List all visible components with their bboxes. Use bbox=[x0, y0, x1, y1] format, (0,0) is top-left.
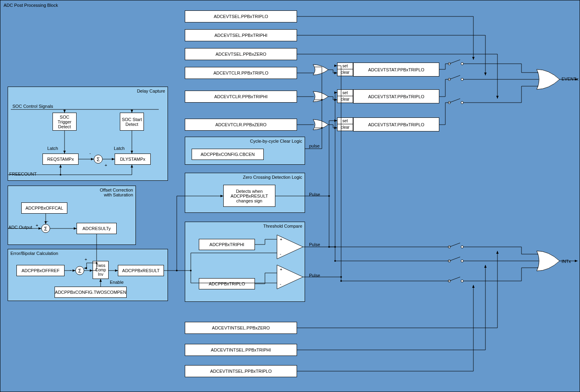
zero-cross-title: Zero Crossing Detection Logic bbox=[243, 175, 302, 180]
thresh-pulse1: Pulse bbox=[309, 242, 320, 247]
plus-delay: + bbox=[105, 163, 107, 168]
reg-evtstat3: ADCEVTSTAT.PPBxTRIPLO bbox=[353, 117, 439, 131]
offref-box: ADCPPBxOFFREF bbox=[16, 265, 65, 276]
svg-line-17 bbox=[449, 257, 460, 261]
minus-delay: - bbox=[89, 151, 91, 156]
latch-label-1: Latch bbox=[47, 146, 58, 151]
svg-point-32 bbox=[334, 260, 336, 262]
svg-point-23 bbox=[321, 99, 323, 101]
enable-label: Enable bbox=[110, 280, 123, 285]
summer-delay: Σ bbox=[94, 155, 103, 164]
twoscompen-box: ADCPPBxCONFIG.TWOSCOMPEN bbox=[55, 287, 127, 298]
plus-error: + bbox=[85, 257, 87, 262]
reg-intsel-triphi: ADCEVTINTSEL.PPBxTRIPHI bbox=[185, 344, 297, 356]
intx-label: INTx bbox=[562, 259, 571, 264]
svg-point-13 bbox=[448, 246, 451, 248]
delay-capture-title: Delay Capture bbox=[137, 89, 165, 93]
threshold-title: Threshold Compare bbox=[263, 224, 302, 228]
svg-point-9 bbox=[461, 78, 463, 81]
summer-offset: Σ bbox=[41, 224, 50, 233]
clear-cell: clear bbox=[337, 96, 353, 103]
diagram-canvas: ADC Post Processing Block ADCEVTSEL.PPBx… bbox=[0, 0, 580, 392]
set-cell: set bbox=[337, 63, 353, 69]
freecount-label: FREECOUNT bbox=[9, 172, 36, 176]
svg-point-31 bbox=[328, 246, 330, 248]
reg-intsel-triplo: ADCEVTINTSEL.PPBxTRIPLO bbox=[185, 365, 297, 377]
reg-evtsel-zero: ADCEVTSEL.PPBxZERO bbox=[185, 48, 297, 60]
soc-trigger-box: SOC Trigger Detect bbox=[53, 113, 77, 131]
offset-corr-block: Offset Correction with Saturation bbox=[8, 186, 136, 245]
reg-evtclr-zero: ADCEVTCLR.PPBxZERO bbox=[185, 119, 297, 131]
svg-line-8 bbox=[449, 75, 460, 79]
triplo-box: ADCPPBxTRIPLO bbox=[199, 278, 255, 289]
zero-cross-desc-box: Detects when ADCPPBxRESULT changes sign bbox=[223, 185, 275, 207]
svg-point-29 bbox=[334, 246, 336, 248]
latch-label-2: Latch bbox=[114, 146, 125, 151]
svg-point-16 bbox=[448, 260, 451, 262]
triphi-box: ADCPPBxTRIPHI bbox=[199, 239, 255, 250]
main-title: ADC Post Processing Block bbox=[4, 3, 58, 8]
svg-point-18 bbox=[461, 260, 463, 262]
setclear-2: set clear bbox=[337, 89, 353, 103]
soc-signals-label: SOC Control Signals bbox=[12, 104, 53, 109]
setclear-3: set clear bbox=[337, 117, 353, 131]
reg-intsel-zero: ADCEVTINTSEL.PPBxZERO bbox=[185, 322, 297, 334]
adc-output-label: ADC Output bbox=[8, 225, 32, 230]
plus-offset: + bbox=[36, 223, 38, 228]
svg-line-11 bbox=[449, 99, 460, 103]
svg-point-22 bbox=[321, 127, 323, 129]
dlystamp-box: DLYSTAMPx bbox=[115, 154, 151, 165]
svg-point-7 bbox=[448, 78, 451, 81]
clear-cell: clear bbox=[337, 69, 353, 76]
cycle-pulse-label: pulse bbox=[309, 143, 319, 148]
adcresult-box: ADCRESULTy bbox=[77, 223, 117, 234]
reg-evtclr-triplo: ADCEVTCLR.PPBxTRIPLO bbox=[185, 67, 297, 79]
thresh-pulse2: Pulse bbox=[309, 273, 320, 278]
offset-corr-title: Offset Correction with Saturation bbox=[93, 188, 133, 197]
summer-error: Σ bbox=[75, 266, 84, 275]
clear-cell: clear bbox=[337, 124, 353, 131]
reg-evtstat2: ADCEVTSTAT.PPBxTRIPLO bbox=[353, 89, 439, 103]
svg-line-5 bbox=[449, 60, 460, 64]
svg-point-26 bbox=[176, 270, 178, 271]
svg-point-21 bbox=[461, 280, 463, 282]
reg-evtsel-triplo: ADCEVTSEL.PPBxTRIPLO bbox=[185, 10, 297, 22]
minus-error: - bbox=[70, 267, 71, 272]
cycle-clear-title: Cycle-by-cycle Clear Logic bbox=[250, 139, 302, 143]
reg-evtclr-triphi: ADCEVTCLR.PPBxTRIPHI bbox=[185, 91, 297, 103]
svg-point-6 bbox=[461, 63, 463, 65]
error-calc-title: Error/Bipolar Calculation bbox=[10, 251, 58, 256]
setclear-1: set clear bbox=[337, 63, 353, 76]
svg-point-19 bbox=[448, 280, 451, 282]
minus-offset: - bbox=[47, 218, 49, 223]
ppbresult-box: ADCPPBxRESULT bbox=[118, 265, 164, 276]
svg-point-15 bbox=[461, 246, 463, 248]
svg-point-28 bbox=[328, 195, 330, 197]
eventx-label: EVENTx bbox=[562, 77, 578, 81]
threshold-block: Threshold Compare bbox=[185, 222, 305, 302]
svg-line-14 bbox=[449, 243, 460, 247]
cbcen-box: ADCPPBxCONFIG.CBCEN bbox=[192, 149, 264, 160]
zero-pulse-label: Pulse bbox=[309, 192, 320, 197]
reqstamp-box: REQSTAMPx bbox=[42, 154, 79, 165]
reg-evtsel-triphi: ADCEVTSEL.PPBxTRIPHI bbox=[185, 29, 297, 41]
svg-point-12 bbox=[461, 101, 463, 104]
svg-line-20 bbox=[449, 277, 460, 281]
set-cell: set bbox=[337, 89, 353, 96]
svg-point-4 bbox=[448, 63, 451, 65]
svg-point-10 bbox=[448, 101, 451, 104]
soc-start-box: SOC Start Detect bbox=[120, 113, 144, 131]
svg-point-33 bbox=[340, 280, 342, 282]
twos-box: Twos Comp Inv bbox=[93, 261, 109, 279]
set-cell: set bbox=[337, 117, 353, 124]
delay-capture-block: Delay Capture bbox=[8, 87, 168, 181]
svg-point-30 bbox=[340, 276, 342, 278]
reg-evtstat1: ADCEVTSTAT.PPBxTRIPLO bbox=[353, 63, 439, 77]
offcal-box: ADCPPBxOFFCAL bbox=[21, 202, 67, 214]
